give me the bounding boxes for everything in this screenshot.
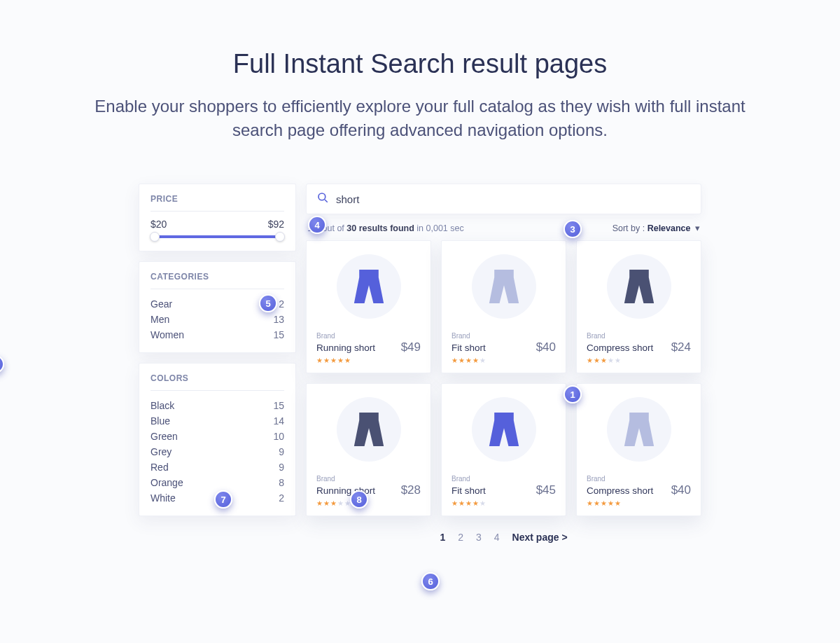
chevron-down-icon: ▾	[695, 223, 700, 233]
facet-count: 14	[273, 415, 284, 427]
facet-count: 9	[279, 462, 284, 473]
sort-dropdown[interactable]: Sort by : Relevance ▾	[612, 223, 700, 233]
price-min: $20	[150, 219, 167, 230]
category-item[interactable]: Women15	[150, 327, 284, 343]
pagination: 1234Next page >	[306, 532, 701, 543]
product-price: $40	[671, 483, 691, 497]
search-bar[interactable]	[306, 184, 701, 214]
annotation-badge-2: 2	[0, 355, 4, 373]
results-count: 1-9 out of 30 results found in 0,001 sec	[307, 223, 464, 233]
product-name: Compress short	[587, 343, 653, 353]
product-brand: Brand	[316, 332, 421, 340]
product-price: $40	[536, 340, 556, 354]
search-demo: PRICE $20 $92 CATEGORIES Gear2Men13Women…	[0, 184, 840, 543]
facet-label: Men	[150, 314, 169, 325]
filters-sidebar: PRICE $20 $92 CATEGORIES Gear2Men13Women…	[139, 184, 296, 543]
categories-title: CATEGORIES	[150, 272, 284, 289]
annotation-badge-7: 7	[214, 490, 232, 509]
color-item[interactable]: Green10	[150, 429, 284, 444]
page-4[interactable]: 4	[494, 532, 500, 543]
pants-icon	[623, 266, 655, 307]
product-brand: Brand	[316, 475, 421, 483]
pants-icon	[488, 266, 520, 307]
product-rating: ★★★★★	[587, 357, 691, 364]
product-name: Fit short	[451, 343, 486, 353]
colors-title: COLORS	[150, 373, 284, 391]
next-page[interactable]: Next page >	[512, 532, 568, 543]
product-card[interactable]: Brand Running short $28 ★★★★★	[306, 383, 431, 516]
product-rating: ★★★★★	[451, 357, 556, 364]
product-name: Compress short	[587, 485, 653, 496]
product-brand: Brand	[587, 332, 691, 340]
results-main: 1-9 out of 30 results found in 0,001 sec…	[306, 184, 701, 543]
facet-label: Black	[150, 400, 174, 411]
facet-count: 10	[273, 431, 284, 442]
slider-handle-max[interactable]	[275, 232, 285, 242]
product-rating: ★★★★★	[316, 357, 421, 364]
color-item[interactable]: Black15	[150, 398, 284, 413]
product-price: $28	[401, 483, 421, 497]
facet-count: 2	[279, 492, 284, 504]
color-item[interactable]: Blue14	[150, 413, 284, 429]
product-price: $49	[401, 340, 421, 354]
svg-point-0	[318, 193, 326, 200]
page-2[interactable]: 2	[458, 532, 463, 543]
product-price: $45	[536, 483, 556, 497]
product-card[interactable]: Brand Compress short $24 ★★★★★	[576, 240, 701, 373]
facet-label: Red	[150, 462, 169, 473]
pants-icon	[488, 409, 520, 450]
page-title: Full Instant Search result pages	[84, 49, 756, 79]
svg-line-1	[325, 200, 328, 202]
product-name: Running short	[316, 343, 375, 353]
facet-count: 15	[273, 329, 284, 340]
annotation-badge-1: 1	[564, 385, 582, 403]
product-thumb	[307, 241, 430, 332]
pants-icon	[353, 409, 385, 450]
product-brand: Brand	[587, 475, 691, 483]
facet-label: Gear	[150, 298, 172, 310]
search-icon	[316, 191, 329, 207]
product-brand: Brand	[451, 475, 556, 483]
product-rating: ★★★★★	[587, 499, 691, 507]
product-thumb	[577, 384, 701, 475]
product-card[interactable]: Brand Running short $49 ★★★★★	[306, 240, 431, 373]
facet-count: 15	[273, 400, 284, 411]
product-price: $24	[671, 340, 691, 354]
product-thumb	[442, 241, 566, 332]
color-item[interactable]: Red9	[150, 459, 284, 475]
price-panel: PRICE $20 $92	[139, 184, 296, 251]
color-item[interactable]: Orange8	[150, 475, 284, 490]
pants-icon	[623, 409, 655, 450]
color-item[interactable]: Grey9	[150, 444, 284, 459]
product-rating: ★★★★★	[316, 499, 421, 507]
facet-label: Women	[150, 329, 184, 340]
price-title: PRICE	[150, 194, 284, 212]
annotation-badge-8: 8	[350, 490, 368, 509]
annotation-badge-3: 3	[564, 220, 582, 238]
product-card[interactable]: Brand Fit short $40 ★★★★★	[441, 240, 566, 373]
product-thumb	[307, 384, 430, 475]
facet-count: 8	[279, 477, 284, 488]
facet-count: 13	[273, 314, 284, 325]
annotation-badge-4: 4	[308, 216, 326, 234]
price-slider[interactable]	[155, 235, 280, 238]
page-3[interactable]: 3	[476, 532, 482, 543]
search-input[interactable]	[336, 193, 469, 205]
product-thumb	[442, 384, 566, 475]
pants-icon	[353, 266, 385, 307]
page-subtitle: Enable your shoppers to efficiently expl…	[84, 95, 756, 141]
facet-label: White	[150, 492, 176, 504]
product-card[interactable]: Brand Fit short $45 ★★★★★	[441, 383, 566, 516]
product-card[interactable]: Brand Compress short $40 ★★★★★	[576, 383, 701, 516]
page-1[interactable]: 1	[440, 532, 445, 543]
product-thumb	[577, 241, 701, 332]
slider-handle-min[interactable]	[150, 232, 160, 242]
price-max: $92	[268, 219, 284, 230]
category-item[interactable]: Men13	[150, 312, 284, 327]
product-brand: Brand	[451, 332, 556, 340]
facet-count: 9	[279, 446, 284, 457]
facet-label: Blue	[150, 415, 170, 427]
facet-label: Orange	[150, 477, 183, 488]
product-name: Fit short	[451, 485, 486, 496]
product-rating: ★★★★★	[451, 499, 556, 507]
